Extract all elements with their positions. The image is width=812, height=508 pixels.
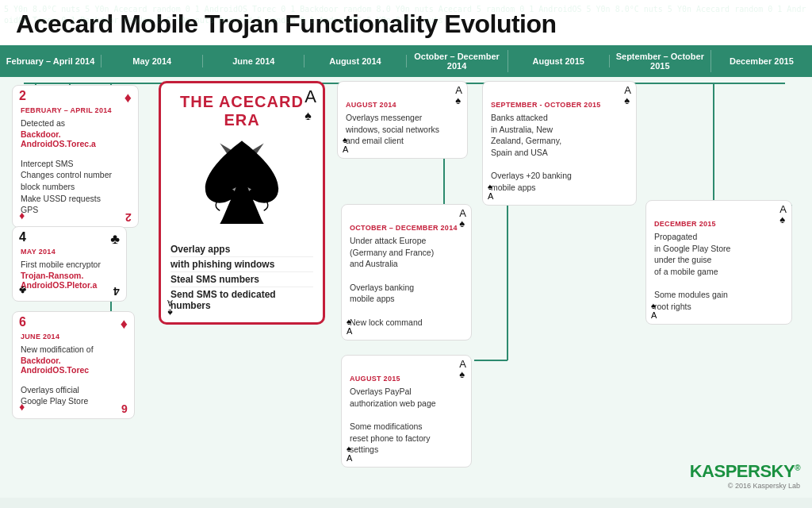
card-text-sep15: Banks attackedin Australia, NewZealand, … bbox=[491, 112, 628, 194]
ace-card-center: A♠ THE ACECARD ERA bbox=[159, 81, 325, 325]
ace-feature-3: Steal SMS numbers bbox=[170, 272, 313, 287]
card-suit-feb-bottom: ♦ bbox=[19, 211, 25, 222]
card-date-feb: FEBRUARY – APRIL 2014 bbox=[21, 106, 130, 114]
card-sep-oct-2015: A♠ SEPTEMBER - OCTOBER 2015 Banks attack… bbox=[482, 81, 637, 206]
content-area: 2 ♦ FEBRUARY – APRIL 2014 Detected as Ba… bbox=[0, 77, 812, 498]
card-dec-2015: A♠ DECEMBER 2015 Propagatedin Google Pla… bbox=[645, 200, 792, 325]
card-date-aug15: AUGUST 2015 bbox=[350, 375, 463, 383]
card-suit-june-bottom: ♦ bbox=[19, 402, 25, 414]
kaspersky-superscript: ® bbox=[795, 464, 800, 472]
card-text-feb-1: Detected as bbox=[21, 117, 130, 129]
card-aug-2015: A♠ AUGUST 2015 Overlays PayPalauthorizat… bbox=[341, 355, 472, 468]
card-suit-feb: ♦ bbox=[124, 90, 132, 105]
card-number-may-bottom: 4 bbox=[113, 286, 120, 297]
ace-feature-4: Send SMS to dedicated numbers bbox=[170, 287, 313, 313]
card-date-oct14: OCTOBER – DECEMBER 2014 bbox=[350, 224, 463, 232]
card-date-dec15: DECEMBER 2015 bbox=[654, 220, 783, 228]
kaspersky-logo-text: KASPERSKY® bbox=[690, 461, 800, 482]
card-suit-sep15-top: A♠ bbox=[624, 85, 631, 106]
card-may-2014: 4 ♣ MAY 2014 First mobile encryptor Troj… bbox=[12, 226, 127, 302]
card-date-june: JUNE 2014 bbox=[21, 333, 126, 341]
card-text-may-1: First mobile encryptor bbox=[21, 259, 118, 271]
card-oct-dec-2014: A♠ OCTOBER – DECEMBER 2014 Under attack … bbox=[341, 204, 472, 341]
card-suit-may: ♣ bbox=[110, 232, 120, 246]
card-suit-oct14-top: A♠ bbox=[459, 208, 466, 229]
card-suit-aug14-top: A♠ bbox=[455, 85, 462, 106]
card-suit-june: ♦ bbox=[121, 317, 128, 331]
card-text-aug14: Overlays messengerwindows, social networ… bbox=[346, 112, 459, 147]
card-number-june: 6 bbox=[19, 316, 26, 329]
card-suit-aug15-bottom: ♠A bbox=[347, 444, 352, 463]
card-link-feb: Backdoor.AndroidOS.Torec.a bbox=[21, 129, 130, 148]
card-suit-dec15-bottom: ♠A bbox=[651, 301, 657, 320]
ace-feature-1: Overlay apps bbox=[170, 242, 313, 257]
card-number-feb-bottom: 2 bbox=[125, 212, 132, 223]
main-container: 5 Y0n 8.0°C nuts 5 Y0n Acecard random 0 … bbox=[0, 0, 812, 508]
card-aug-2014: A♠ AUGUST 2014 Overlays messengerwindows… bbox=[337, 81, 468, 159]
card-suit-oct14-bottom: ♠A bbox=[347, 317, 352, 336]
card-text-oct14: Under attack Europe(Germany and France)a… bbox=[350, 235, 463, 329]
card-number-may: 4 bbox=[19, 231, 26, 244]
kaspersky-copyright: © 2016 Kaspersky Lab bbox=[690, 482, 800, 490]
card-suit-may-bottom: ♣ bbox=[19, 285, 26, 296]
card-suit-dec15-top: A♠ bbox=[779, 204, 787, 225]
card-number-feb: 2 bbox=[19, 90, 26, 102]
kaspersky-logo-block: KASPERSKY® © 2016 Kaspersky Lab bbox=[690, 461, 800, 490]
ace-suit-bottom: ♠A bbox=[167, 298, 173, 318]
card-suit-aug14-bottom: ♠A bbox=[343, 135, 348, 154]
card-suit-sep15-bottom: ♠A bbox=[488, 182, 493, 201]
ace-suit-top: A♠ bbox=[304, 88, 316, 123]
card-date-aug14: AUGUST 2014 bbox=[346, 101, 459, 109]
ace-card-title: THE ACECARD ERA bbox=[170, 93, 313, 129]
card-suit-aug15-top: A♠ bbox=[459, 359, 466, 379]
card-number-june-bottom: 6 bbox=[121, 403, 128, 414]
card-june-2014: 6 ♦ JUNE 2014 New modification of Backdo… bbox=[12, 311, 135, 419]
card-text-june-1: New modification of bbox=[21, 344, 126, 356]
card-text-feb-2: Intercept SMSChanges control numberblock… bbox=[21, 158, 130, 216]
card-text-dec15: Propagatedin Google Play Storeunder the … bbox=[654, 231, 783, 313]
acecard-spade-design bbox=[194, 137, 289, 233]
card-date-sep15: SEPTEMBER - OCTOBER 2015 bbox=[491, 101, 628, 109]
card-link-june: Backdoor.AndroidOS.Torec bbox=[21, 356, 126, 375]
card-date-may: MAY 2014 bbox=[21, 248, 118, 256]
card-feb-apr-2014: 2 ♦ FEBRUARY – APRIL 2014 Detected as Ba… bbox=[12, 85, 139, 228]
card-link-may: Trojan-Ransom.AndroidOS.Pletor.a bbox=[21, 271, 118, 290]
card-text-june-2: Overlays officialGoogle Play Store bbox=[21, 384, 126, 407]
card-text-aug15: Overlays PayPalauthorization web pageSom… bbox=[350, 386, 463, 456]
ace-features: Overlay apps with phishing windows Steal… bbox=[170, 242, 313, 313]
ace-feature-2: with phishing windows bbox=[170, 257, 313, 272]
